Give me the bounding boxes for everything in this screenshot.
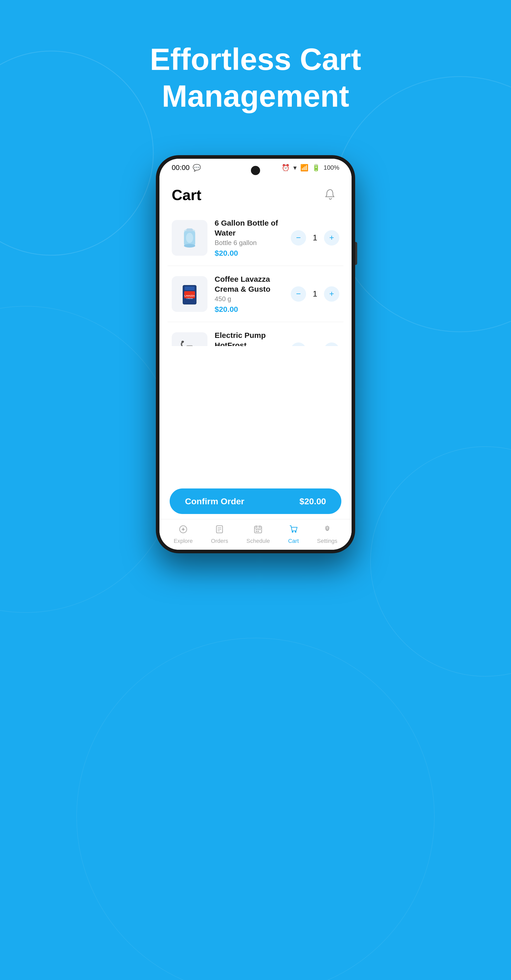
- camera-notch: [251, 166, 260, 175]
- cart-icon: [289, 525, 298, 536]
- cart-item: 6 Gallon Bottle of Water Bottle 6 gallon…: [168, 210, 343, 266]
- empty-area: [160, 346, 351, 482]
- explore-icon: [179, 525, 188, 536]
- phone-mockup: 00:00 💬 ⏰ ▾ 📶 🔋 100% Cart: [156, 155, 355, 553]
- svg-point-1: [332, 76, 511, 332]
- decrease-btn-3[interactable]: −: [291, 342, 306, 346]
- phone-frame: 00:00 💬 ⏰ ▾ 📶 🔋 100% Cart: [156, 155, 355, 553]
- app-header: Cart: [160, 177, 351, 210]
- cart-nav-label: Cart: [288, 538, 299, 544]
- svg-point-36: [292, 531, 293, 533]
- svg-point-0: [0, 51, 153, 255]
- item-name: 6 Gallon Bottle of Water: [215, 218, 284, 238]
- item-details-pump: Electric Pump HotFrost Water Pump $20.00: [215, 330, 284, 346]
- app-content: Cart: [160, 177, 351, 550]
- svg-text:LAVAZZA: LAVAZZA: [184, 294, 195, 297]
- svg-point-4: [77, 638, 434, 980]
- item-image-coffee: LAVAZZA CREMA: [172, 276, 208, 312]
- status-time: 00:00: [172, 164, 190, 172]
- increase-btn-2[interactable]: +: [324, 286, 339, 302]
- increase-btn-1[interactable]: +: [324, 230, 339, 245]
- item-desc: 450 g: [215, 295, 284, 303]
- item-name: Coffee Lavazza Crema & Gusto: [215, 274, 284, 294]
- item-image-pump: [172, 332, 208, 346]
- status-time-group: 00:00 💬: [172, 164, 201, 172]
- cart-title: Cart: [172, 186, 201, 204]
- alarm-icon: ⏰: [281, 164, 290, 172]
- qty-value-2: 1: [311, 289, 319, 299]
- svg-rect-15: [185, 286, 195, 290]
- svg-text:CREMA: CREMA: [186, 298, 193, 299]
- bottom-nav: Explore Orders: [160, 519, 351, 550]
- svg-rect-33: [259, 529, 260, 530]
- item-desc: Bottle 6 gallon: [215, 239, 284, 247]
- status-icons: ⏰ ▾ 📶 🔋 100%: [281, 164, 339, 172]
- wifi-icon: ▾: [293, 164, 297, 172]
- item-image-water: [172, 220, 208, 256]
- svg-rect-31: [256, 529, 257, 530]
- whatsapp-icon: 💬: [193, 164, 201, 172]
- svg-rect-8: [186, 228, 193, 231]
- item-details-water: 6 Gallon Bottle of Water Bottle 6 gallon…: [215, 218, 284, 258]
- svg-point-37: [295, 531, 296, 533]
- quantity-control-3: − 1 +: [291, 342, 339, 346]
- svg-point-3: [370, 447, 511, 676]
- quantity-control-1: − 1 +: [291, 230, 339, 245]
- increase-btn-3[interactable]: +: [324, 342, 339, 346]
- confirm-label: Confirm Order: [185, 496, 244, 506]
- orders-icon: [215, 525, 224, 536]
- quantity-control-2: − 1 +: [291, 286, 339, 302]
- schedule-icon: [254, 525, 263, 536]
- phone-screen: 00:00 💬 ⏰ ▾ 📶 🔋 100% Cart: [160, 159, 351, 550]
- battery-icon: 🔋: [312, 164, 320, 172]
- item-name: Electric Pump HotFrost: [215, 330, 284, 346]
- cart-list: 6 Gallon Bottle of Water Bottle 6 gallon…: [160, 210, 351, 346]
- orders-label: Orders: [211, 538, 228, 544]
- nav-item-settings[interactable]: Settings: [317, 525, 337, 544]
- item-price: $20.00: [215, 305, 284, 313]
- item-price: $20.00: [215, 249, 284, 258]
- svg-rect-34: [256, 531, 257, 532]
- confirm-order-button[interactable]: Confirm Order $20.00: [170, 488, 341, 514]
- signal-icon: 📶: [300, 164, 308, 172]
- cart-item: Electric Pump HotFrost Water Pump $20.00…: [168, 322, 343, 346]
- decrease-btn-1[interactable]: −: [291, 230, 306, 245]
- nav-item-explore[interactable]: Explore: [174, 525, 193, 544]
- hero-title: Effortless Cart Management: [150, 41, 361, 115]
- item-details-coffee: Coffee Lavazza Crema & Gusto 450 g $20.0…: [215, 274, 284, 313]
- schedule-label: Schedule: [247, 538, 270, 544]
- side-button: [355, 242, 357, 265]
- svg-point-9: [186, 233, 193, 243]
- nav-item-cart[interactable]: Cart: [288, 525, 299, 544]
- cart-item: LAVAZZA CREMA Coffee Lavazza Crema & Gus…: [168, 266, 343, 322]
- svg-point-2: [0, 306, 179, 612]
- explore-label: Explore: [174, 538, 193, 544]
- confirm-total: $20.00: [299, 496, 326, 506]
- bell-button[interactable]: [321, 186, 339, 204]
- battery-percent: 100%: [324, 164, 339, 171]
- svg-point-20: [181, 341, 184, 343]
- confirm-bar: Confirm Order $20.00: [160, 482, 351, 519]
- qty-value-1: 1: [311, 233, 319, 242]
- settings-label: Settings: [317, 538, 337, 544]
- svg-point-7: [184, 244, 195, 248]
- nav-item-schedule[interactable]: Schedule: [247, 525, 270, 544]
- svg-rect-32: [257, 529, 259, 530]
- settings-icon: [323, 525, 332, 536]
- nav-item-orders[interactable]: Orders: [211, 525, 228, 544]
- decrease-btn-2[interactable]: −: [291, 286, 306, 302]
- svg-rect-35: [257, 531, 259, 532]
